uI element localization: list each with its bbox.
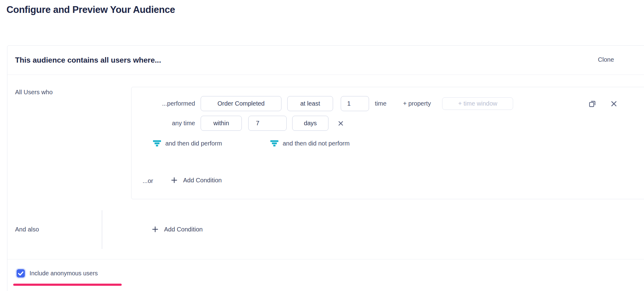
or-add-condition-row: ...or Add Condition bbox=[132, 176, 644, 186]
funnel-icon bbox=[270, 140, 278, 146]
add-condition-label: Add Condition bbox=[164, 226, 203, 233]
time-window-row: any time within days bbox=[132, 116, 344, 131]
then-did-not-perform-label: and then did not perform bbox=[283, 140, 350, 147]
page-title: Configure and Preview Your Audience bbox=[6, 4, 175, 15]
include-anonymous-checkbox[interactable] bbox=[17, 269, 25, 277]
within-select-button[interactable]: within bbox=[201, 116, 242, 131]
then-did-perform-button[interactable]: and then did perform bbox=[153, 139, 222, 148]
footer-divider bbox=[7, 259, 644, 259]
add-or-condition-button[interactable]: Add Condition bbox=[171, 177, 222, 184]
close-icon bbox=[610, 100, 618, 108]
performed-label: ...performed bbox=[132, 100, 195, 107]
annotation-underline bbox=[13, 284, 122, 286]
duplicate-condition-button[interactable] bbox=[588, 100, 596, 108]
duplicate-icon bbox=[588, 100, 596, 108]
clone-button[interactable]: Clone bbox=[598, 56, 614, 63]
time-window-input[interactable] bbox=[442, 97, 513, 110]
then-did-not-perform-button[interactable]: and then did not perform bbox=[270, 139, 350, 148]
add-condition-label: Add Condition bbox=[183, 177, 222, 184]
condition-group-box: ...performed Order Completed at least ti… bbox=[131, 87, 644, 199]
time-label: time bbox=[375, 100, 387, 107]
funnel-icon bbox=[153, 140, 161, 146]
window-value-input[interactable] bbox=[248, 116, 287, 131]
sequence-options-row: and then did perform and then did not pe… bbox=[132, 139, 644, 148]
card-header: This audience contains all users where..… bbox=[7, 46, 644, 75]
plus-icon bbox=[151, 226, 159, 233]
or-label: ...or bbox=[143, 177, 153, 184]
anytime-label: any time bbox=[132, 120, 195, 127]
checkmark-icon bbox=[17, 269, 25, 277]
plus-icon bbox=[171, 177, 178, 184]
then-did-perform-label: and then did perform bbox=[165, 140, 222, 147]
close-icon bbox=[337, 120, 344, 127]
remove-condition-button[interactable] bbox=[610, 100, 618, 108]
include-anonymous-label: Include anonymous users bbox=[29, 270, 98, 277]
remove-time-window-button[interactable] bbox=[337, 120, 344, 127]
and-also-divider bbox=[102, 210, 102, 249]
audience-card: This audience contains all users where..… bbox=[7, 45, 644, 291]
event-select-button[interactable]: Order Completed bbox=[201, 96, 281, 111]
all-users-who-label: All Users who bbox=[15, 89, 53, 96]
add-and-condition-button[interactable]: Add Condition bbox=[151, 226, 203, 233]
operator-select-button[interactable]: at least bbox=[287, 96, 333, 111]
add-property-button[interactable]: + property bbox=[403, 100, 431, 107]
unit-select-button[interactable]: days bbox=[292, 116, 328, 131]
and-also-label: And also bbox=[15, 226, 39, 233]
count-input[interactable] bbox=[341, 96, 369, 111]
event-condition-row: ...performed Order Completed at least ti… bbox=[132, 96, 644, 111]
card-heading: This audience contains all users where..… bbox=[15, 56, 161, 64]
